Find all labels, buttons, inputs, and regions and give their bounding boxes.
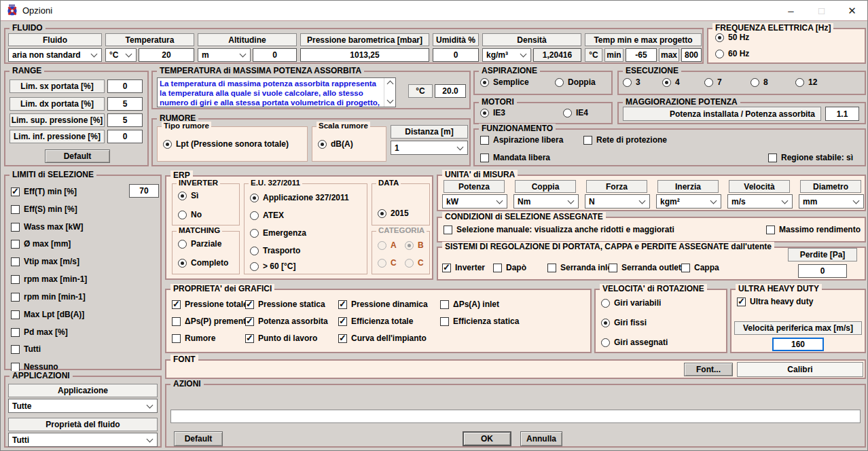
- pressione-input[interactable]: 1013,25: [300, 48, 429, 62]
- close-button[interactable]: ✕: [837, 1, 867, 20]
- unita-coppia-select[interactable]: Nm: [513, 194, 579, 209]
- checkbox-grafico[interactable]: Efficienza totale: [338, 317, 413, 326]
- radio-icon: [601, 319, 610, 327]
- checkbox-limit[interactable]: Tutti: [11, 344, 41, 354]
- checkbox-selezione-manuale[interactable]: Selezione manuale: visualizza anche rido…: [444, 225, 674, 234]
- scroll-up-icon[interactable]: [387, 81, 394, 88]
- checkbox-limit[interactable]: Pd max [%]: [11, 327, 68, 337]
- section-unita: UNITA' di MISURA Potenza kW Coppia Nm Fo…: [437, 175, 866, 211]
- unita-inerzia-select[interactable]: kgm²: [656, 194, 721, 209]
- scroll-down-icon[interactable]: [387, 97, 394, 104]
- radio-emergenza[interactable]: Emergenza: [250, 228, 306, 238]
- densita-unit-select[interactable]: kg/m³: [482, 48, 531, 62]
- checkbox-inverter[interactable]: Inverter: [442, 263, 485, 272]
- checkbox-limit[interactable]: Ø max [mm]: [11, 239, 71, 249]
- radio-50hz[interactable]: 50 Hz: [715, 33, 749, 42]
- range-input[interactable]: 5: [107, 113, 143, 127]
- range-input[interactable]: 0: [107, 130, 143, 143]
- checkbox-limit[interactable]: Max Lpt [dB(A)]: [11, 310, 84, 319]
- scrollbar[interactable]: [384, 78, 395, 107]
- checkbox-limit[interactable]: Nessuno: [11, 362, 58, 372]
- unita-forza-select[interactable]: N: [585, 194, 650, 209]
- checkbox-grafico[interactable]: Curva dell'impianto: [338, 333, 427, 343]
- temp-max-input[interactable]: 800: [681, 48, 702, 62]
- checkbox-limit[interactable]: rpm max [min-1]: [11, 274, 87, 284]
- proprieta-fluido-select[interactable]: Tutti: [8, 433, 158, 447]
- radio-esecuzione-4[interactable]: 4: [662, 77, 680, 87]
- cancel-button[interactable]: Annulla: [520, 431, 562, 446]
- radio-esecuzione-3[interactable]: 3: [623, 77, 640, 87]
- radio-giri-variabili[interactable]: Giri variabili: [601, 298, 661, 308]
- distanza-select[interactable]: 1: [391, 141, 468, 155]
- radio-giri-assegnati[interactable]: Giri assegnati: [601, 338, 668, 347]
- radio-over-60c[interactable]: > 60 [°C]: [250, 261, 295, 271]
- checkbox-limit[interactable]: Eff(S) min [%]: [11, 204, 77, 214]
- checkbox-limit[interactable]: Eff(T) min [%]: [11, 187, 77, 196]
- radio-inverter-no[interactable]: No: [178, 210, 202, 219]
- perdite-input[interactable]: 0: [798, 264, 847, 278]
- radio-inverter-si[interactable]: Sì: [178, 191, 198, 200]
- minimize-button[interactable]: –: [776, 1, 806, 20]
- radio-2015[interactable]: 2015: [378, 209, 409, 218]
- checkbox-grafico[interactable]: Efficienza statica: [440, 317, 519, 326]
- checkbox-mandata-libera[interactable]: Mandata libera: [480, 153, 550, 162]
- ok-button[interactable]: OK: [463, 431, 511, 446]
- radio-matching-parziale[interactable]: Parziale: [178, 239, 221, 249]
- checkbox-regione-stabile[interactable]: Regione stabile: sì: [768, 153, 853, 162]
- radio-esecuzione-7[interactable]: 7: [704, 77, 722, 87]
- fluido-select[interactable]: aria non standard: [8, 48, 102, 62]
- radio-trasporto[interactable]: Trasporto: [250, 246, 300, 255]
- checkbox-serranda-outlet[interactable]: Serranda outlet: [609, 263, 681, 272]
- applicazione-select[interactable]: Tutte: [8, 399, 158, 413]
- checkbox-grafico[interactable]: Pressione statica: [245, 300, 325, 309]
- checkbox-cappa[interactable]: Cappa: [681, 263, 719, 272]
- radio-esecuzione-8[interactable]: 8: [751, 77, 768, 87]
- radio-esecuzione-12[interactable]: 12: [795, 77, 817, 87]
- temperatura-unit-select[interactable]: °C: [105, 48, 137, 62]
- checkbox-grafico[interactable]: ΔPs(P) premente: [172, 317, 251, 326]
- temp-max-input[interactable]: 20.0: [435, 84, 466, 98]
- radio-applicazione-327[interactable]: Applicazione 327/2011: [250, 193, 349, 202]
- checkbox-rete-protezione[interactable]: Rete di protezione: [583, 135, 667, 145]
- default-button[interactable]: Default: [174, 431, 223, 446]
- checkbox-limit[interactable]: rpm min [min-1]: [11, 292, 86, 302]
- checkbox-grafico[interactable]: Potenza assorbita: [245, 317, 328, 326]
- checkbox-grafico[interactable]: Pressione totale: [172, 300, 248, 309]
- altitudine-unit-select[interactable]: m: [198, 48, 251, 62]
- radio-semplice[interactable]: Semplice: [480, 77, 529, 87]
- maggiorazione-input[interactable]: 1.1: [825, 107, 859, 121]
- radio-dba[interactable]: dB(A): [318, 139, 353, 149]
- eff-t-min-input[interactable]: 70: [129, 184, 159, 198]
- altitudine-input[interactable]: 0: [253, 48, 297, 62]
- checkbox-grafico[interactable]: ΔPs(A) inlet: [440, 300, 499, 309]
- radio-giri-fissi[interactable]: Giri fissi: [601, 318, 647, 327]
- checkbox-grafico[interactable]: Rumore: [172, 333, 215, 343]
- unita-potenza-select[interactable]: kW: [442, 194, 507, 209]
- font-button[interactable]: Font...: [684, 363, 733, 376]
- velocita-periferica-input[interactable]: 160: [772, 338, 824, 351]
- radio-ie3[interactable]: IE3: [480, 108, 505, 118]
- radio-60hz[interactable]: 60 Hz: [715, 49, 749, 58]
- radio-doppia[interactable]: Doppia: [555, 77, 596, 87]
- checkbox-aspirazione-libera[interactable]: Aspirazione libera: [480, 135, 563, 145]
- unita-diametro-select[interactable]: mm: [799, 194, 864, 209]
- checkbox-serranda-inlet[interactable]: Serranda inlet: [547, 263, 615, 272]
- checkbox-limit[interactable]: Vtip max [m/s]: [11, 257, 79, 266]
- radio-lpt[interactable]: Lpt (Pressione sonora totale): [163, 139, 289, 149]
- checkbox-limit[interactable]: Wass max [kW]: [11, 222, 84, 232]
- checkbox-massimo-rendimento[interactable]: Massimo rendimento: [766, 225, 861, 234]
- radio-atex[interactable]: ATEX: [250, 211, 284, 220]
- temperatura-input[interactable]: 20: [139, 48, 194, 62]
- range-input[interactable]: 0: [107, 79, 143, 93]
- radio-ie4[interactable]: IE4: [563, 108, 588, 118]
- unita-velocita-select[interactable]: m/s: [727, 194, 793, 209]
- checkbox-dapo[interactable]: Dapò: [493, 263, 526, 272]
- temp-min-input[interactable]: -65: [626, 48, 657, 62]
- checkbox-ultra-heavy-duty[interactable]: Ultra heavy duty: [737, 297, 813, 306]
- umidita-input[interactable]: 0: [433, 48, 479, 62]
- range-input[interactable]: 5: [107, 97, 143, 111]
- radio-matching-completo[interactable]: Completo: [178, 258, 228, 268]
- checkbox-grafico[interactable]: Pressione dinamica: [338, 300, 428, 309]
- range-default-button[interactable]: Default: [45, 149, 110, 163]
- checkbox-grafico[interactable]: Punto di lavoro: [245, 333, 317, 343]
